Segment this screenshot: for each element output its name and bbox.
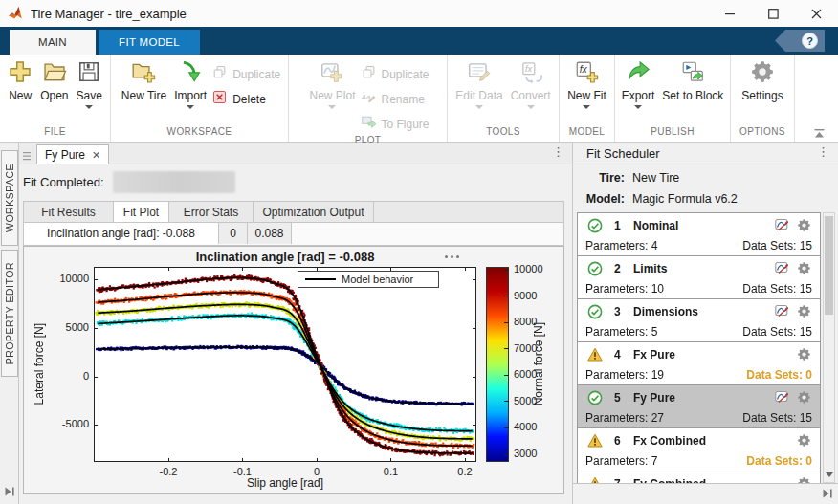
fit-step-nominal[interactable]: 1NominalParameters: 4Data Sets: 15: [577, 212, 821, 256]
settings-button[interactable]: Settings: [739, 57, 785, 102]
new-fit-button[interactable]: fxNew Fit: [564, 57, 609, 109]
fit-plot-icon[interactable]: [775, 218, 790, 233]
fit-completed-label: Fit Completed:: [23, 175, 104, 189]
fit-plot-icon[interactable]: [775, 261, 790, 276]
ribbon-section-options: SettingsOPTIONS: [731, 55, 795, 142]
inclination-tab-0[interactable]: 0: [219, 223, 248, 244]
scrollbar-down-button[interactable]: [824, 469, 834, 481]
to-figure-button[interactable]: To Figure: [361, 113, 430, 135]
gear-icon[interactable]: [797, 218, 812, 233]
gear-icon[interactable]: [797, 261, 812, 276]
scheduler-menu-icon[interactable]: ⋮: [817, 147, 829, 157]
left-tool-rail: WORKSPACEPROPERTY EDITOR: [0, 143, 19, 504]
scrollbar-thumb[interactable]: [825, 216, 833, 315]
duplicate-button[interactable]: Duplicate: [211, 63, 280, 85]
button-label: Settings: [741, 89, 783, 102]
fit-step-number: 1: [614, 219, 621, 232]
fit-step-fy-combined[interactable]: 7Fy Combined: [577, 471, 821, 483]
dropdown-caret-icon[interactable]: [583, 105, 590, 109]
tab-bar-menu-icon[interactable]: [23, 148, 32, 165]
expand-panel-icon[interactable]: [4, 484, 15, 501]
dropdown-caret-icon[interactable]: [328, 105, 336, 109]
panel-menu-icon[interactable]: ⋮: [552, 147, 564, 157]
fit-step-fx-pure[interactable]: 4Fx PureParameters: 19Data Sets: 0: [577, 341, 821, 385]
close-button[interactable]: [795, 0, 838, 27]
inclination-tab-inclination-angle-rad-0-088[interactable]: Inclination angle [rad]: -0.088: [24, 223, 219, 244]
fit-completed-value-redacted: [113, 171, 235, 193]
rail-tab-workspace[interactable]: WORKSPACE: [1, 150, 18, 246]
fit-plot-icon[interactable]: [775, 304, 790, 319]
ribbon-section-publish: ExportSet to BlockPUBLISH: [615, 55, 731, 142]
result-tab-fit-plot[interactable]: Fit Plot: [114, 202, 169, 222]
fit-step-fx-combined[interactable]: 6Fx CombinedParameters: 7Data Sets: 0: [577, 427, 821, 471]
ribbon-tab-fit-model[interactable]: FIT MODEL: [99, 30, 200, 55]
gear-icon[interactable]: [797, 433, 812, 449]
duplicate-button[interactable]: Duplicate: [361, 63, 430, 85]
dropdown-caret-icon[interactable]: [527, 105, 535, 109]
colorbar-tick-label: 8000: [514, 316, 537, 327]
app-window: Tire Manager - tire_example MAINFIT MODE…: [0, 0, 838, 504]
rail-tab-property-editor[interactable]: PROPERTY EDITOR: [1, 250, 18, 377]
parameters-count: Parameters: 10: [585, 282, 664, 296]
ribbon-tab-label: MAIN: [38, 36, 67, 48]
fit-step-name: Fy Pure: [633, 391, 675, 405]
edit-data-button[interactable]: Edit Data: [452, 57, 505, 109]
help-button[interactable]: ?: [775, 30, 825, 52]
ribbon-section-name: OPTIONS: [731, 126, 794, 142]
dropdown-caret-icon[interactable]: [85, 105, 93, 109]
export-button[interactable]: Export: [619, 57, 658, 109]
minimize-button[interactable]: [709, 0, 752, 27]
document-tab-bar: Fy Pure ✕ ⋮: [19, 143, 572, 164]
parameters-count: Parameters: 5: [585, 325, 657, 339]
fit-step-dimensions[interactable]: 3DimensionsParameters: 5Data Sets: 15: [577, 298, 821, 342]
ribbon-tab-strip: MAINFIT MODEL ?: [0, 27, 838, 55]
window-controls: [709, 0, 838, 27]
import-button[interactable]: Import: [171, 57, 210, 109]
ribbon-tab-main[interactable]: MAIN: [10, 30, 96, 55]
document-tab-fy-pure[interactable]: Fy Pure ✕: [36, 144, 109, 164]
result-tab-error-stats[interactable]: Error Stats: [169, 202, 254, 222]
ribbon-section-workspace: New TireImportDuplicateDeleteWORKSPACE: [111, 55, 289, 142]
gear-icon[interactable]: [797, 390, 812, 405]
fit-step-fy-pure[interactable]: 5Fy PureParameters: 27Data Sets: 15: [577, 384, 821, 428]
gear-icon[interactable]: [797, 304, 812, 319]
x-tick-label: -0.1: [223, 466, 261, 477]
set-to-block-button[interactable]: Set to Block: [659, 57, 726, 102]
dropdown-caret-icon[interactable]: [634, 105, 642, 109]
convert-icon: fx: [518, 59, 543, 88]
new-plot-button[interactable]: New Plot: [306, 57, 358, 109]
scheduler-scrollbar[interactable]: [823, 212, 835, 483]
new-tire-button[interactable]: New Tire: [119, 57, 169, 102]
duplicate-icon: [211, 64, 228, 84]
convert-button[interactable]: fxConvert: [508, 57, 554, 109]
fit-step-limits[interactable]: 2LimitsParameters: 10Data Sets: 15: [577, 255, 821, 299]
inclination-tab-0-088[interactable]: 0.088: [248, 223, 292, 244]
new-icon: [8, 59, 33, 88]
expand-panel-icon[interactable]: [822, 486, 833, 503]
rename-button[interactable]: AaRename: [361, 88, 430, 110]
data-sets-count: Data Sets: 15: [742, 411, 812, 425]
fit-step-name: Fx Combined: [633, 434, 706, 448]
save-button[interactable]: Save: [74, 57, 105, 109]
new-button[interactable]: New: [5, 57, 35, 102]
maximize-button[interactable]: [752, 0, 795, 27]
fit-plot-icon[interactable]: [775, 390, 790, 405]
colorbar-tick-mark: [504, 296, 509, 296]
result-tab-fit-results[interactable]: Fit Results: [24, 202, 114, 222]
collapse-ribbon-button[interactable]: [813, 125, 826, 142]
dropdown-caret-icon[interactable]: [475, 105, 483, 109]
delete-button[interactable]: Delete: [211, 88, 280, 110]
dropdown-caret-icon[interactable]: [187, 105, 194, 109]
fit-step-name: Nominal: [633, 219, 678, 232]
result-tab-optimization-output[interactable]: Optimization Output: [254, 202, 374, 222]
button-label: Save: [77, 89, 102, 102]
gear-icon[interactable]: [797, 476, 812, 483]
close-tab-icon[interactable]: ✕: [92, 149, 100, 162]
open-button[interactable]: Open: [37, 57, 71, 102]
chart-options-icon[interactable]: [445, 255, 459, 258]
fit-step-number: 2: [614, 262, 621, 275]
svg-text:fx: fx: [525, 64, 533, 74]
new-plot-icon: [320, 59, 344, 88]
import-icon: [178, 59, 203, 88]
gear-icon[interactable]: [797, 347, 812, 362]
